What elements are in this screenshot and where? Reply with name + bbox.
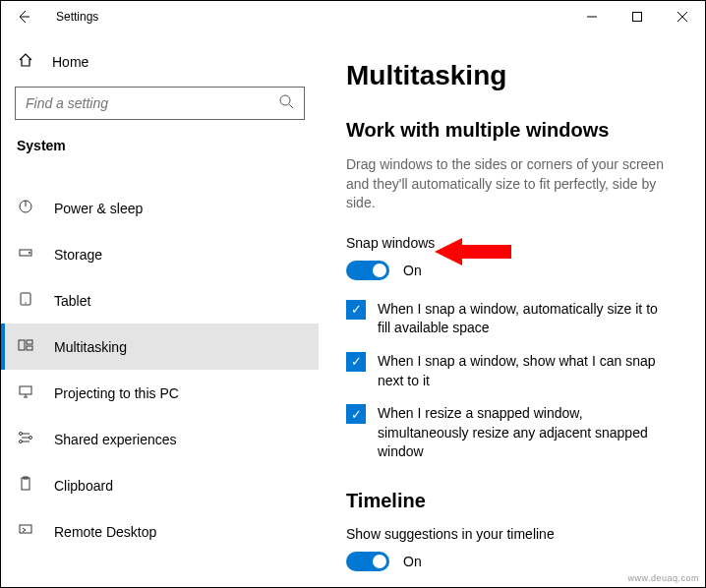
section-heading: Timeline bbox=[346, 490, 674, 512]
search-box[interactable] bbox=[15, 87, 305, 120]
checkbox-auto-size[interactable]: ✓ bbox=[346, 300, 366, 320]
app-title: Settings bbox=[56, 10, 98, 24]
minimize-button[interactable] bbox=[569, 1, 615, 32]
snap-windows-toggle[interactable] bbox=[346, 261, 389, 280]
section-heading: Work with multiple windows bbox=[346, 119, 674, 142]
checkbox-label: When I resize a snapped window, simultan… bbox=[378, 404, 674, 462]
nav-item-multitasking[interactable]: Multitasking bbox=[1, 323, 319, 370]
home-icon bbox=[17, 52, 34, 71]
power-icon bbox=[17, 199, 34, 217]
svg-point-11 bbox=[20, 433, 23, 436]
nav-item-clipboard[interactable]: Clipboard bbox=[1, 462, 319, 508]
nav-label: Power & sleep bbox=[54, 201, 143, 216]
svg-rect-10 bbox=[20, 386, 31, 394]
search-icon bbox=[278, 93, 294, 113]
nav-label: Shared experiences bbox=[54, 432, 177, 447]
main-panel: Multitasking Work with multiple windows … bbox=[319, 32, 705, 587]
multitask-icon bbox=[17, 337, 34, 356]
nav-item-remote-desktop[interactable]: Remote Desktop bbox=[1, 508, 319, 555]
project-icon bbox=[17, 383, 34, 402]
checkbox-label: When I snap a window, show what I can sn… bbox=[378, 352, 674, 390]
remote-icon bbox=[17, 522, 34, 541]
section-label: System bbox=[1, 130, 319, 167]
checkbox-label: When I snap a window, automatically size… bbox=[378, 300, 674, 338]
close-button[interactable] bbox=[660, 1, 705, 32]
watermark: www.deuaq.com bbox=[627, 573, 699, 583]
nav-item-projecting[interactable]: Projecting to this PC bbox=[1, 370, 319, 416]
nav-label: Multitasking bbox=[54, 339, 127, 355]
shared-icon bbox=[17, 430, 34, 448]
nav-item-tablet[interactable]: Tablet bbox=[1, 277, 319, 323]
home-label: Home bbox=[52, 54, 88, 70]
clipboard-icon bbox=[17, 476, 34, 495]
snap-windows-label: Snap windows bbox=[346, 235, 674, 251]
timeline-suggestions-state: On bbox=[403, 554, 422, 569]
svg-point-1 bbox=[280, 95, 290, 105]
maximize-button[interactable] bbox=[615, 1, 660, 32]
nav-label: Projecting to this PC bbox=[54, 385, 179, 401]
checkbox-resize-adjacent[interactable]: ✓ bbox=[346, 404, 366, 424]
section-description: Drag windows to the sides or corners of … bbox=[346, 155, 674, 213]
svg-point-4 bbox=[29, 252, 30, 254]
nav-label: Storage bbox=[54, 247, 102, 263]
snap-windows-state: On bbox=[403, 263, 422, 278]
timeline-suggestions-toggle[interactable] bbox=[346, 552, 389, 571]
sidebar: Home System Power & sleep Storage Tablet bbox=[1, 32, 319, 587]
nav-item-storage[interactable]: Storage bbox=[1, 231, 319, 277]
nav-item-power-sleep[interactable]: Power & sleep bbox=[1, 185, 319, 231]
svg-rect-7 bbox=[19, 340, 25, 350]
tablet-icon bbox=[17, 291, 34, 310]
nav-label: Tablet bbox=[54, 293, 90, 309]
svg-rect-16 bbox=[20, 525, 31, 533]
storage-icon bbox=[17, 245, 34, 264]
svg-rect-0 bbox=[633, 13, 642, 22]
search-input[interactable] bbox=[26, 95, 278, 111]
svg-point-12 bbox=[29, 437, 32, 440]
page-title: Multitasking bbox=[346, 60, 674, 91]
home-nav-item[interactable]: Home bbox=[1, 44, 319, 79]
svg-point-13 bbox=[20, 441, 23, 443]
checkbox-show-snap-next[interactable]: ✓ bbox=[346, 352, 366, 372]
nav-item-shared-experiences[interactable]: Shared experiences bbox=[1, 416, 319, 462]
nav-label: Remote Desktop bbox=[54, 524, 156, 540]
svg-rect-14 bbox=[22, 478, 29, 490]
svg-rect-9 bbox=[27, 346, 32, 350]
svg-point-6 bbox=[25, 302, 26, 303]
nav-label: Clipboard bbox=[54, 478, 113, 494]
back-button[interactable] bbox=[9, 2, 38, 31]
svg-rect-8 bbox=[27, 340, 32, 344]
timeline-suggestions-label: Show suggestions in your timeline bbox=[346, 526, 674, 542]
